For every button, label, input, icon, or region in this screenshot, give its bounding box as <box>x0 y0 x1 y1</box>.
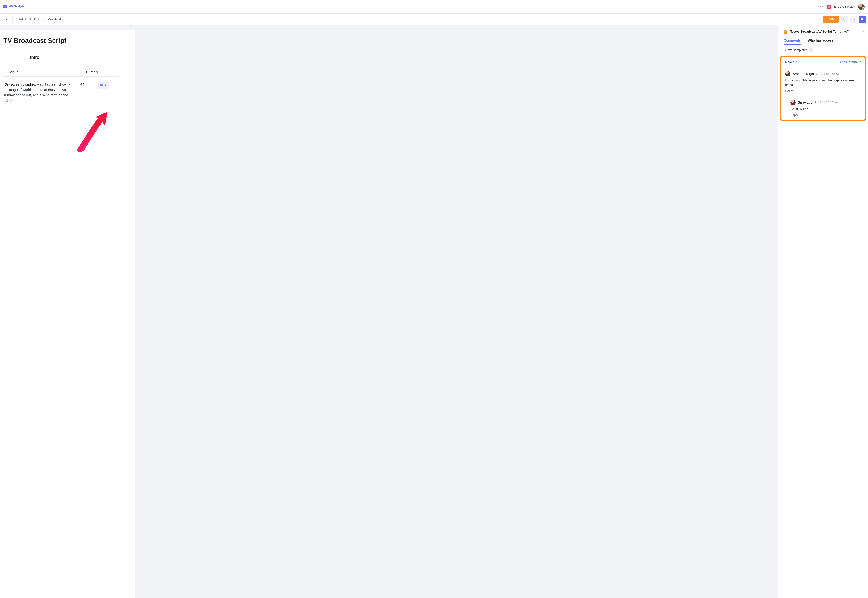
show-completed-toggle[interactable]: Show Completed ✓ <box>778 45 868 55</box>
divider <box>12 16 13 23</box>
script-stats: Total RT 00:15 • Total Words: 44 <box>16 17 63 21</box>
col-header-visual: Visual <box>10 70 86 74</box>
comment-timestamp: Jun 26 @ 12:58am <box>816 72 841 76</box>
export-pdf-button[interactable] <box>841 16 848 23</box>
chevron-down-icon <box>5 18 8 21</box>
commenter-name: Barry Luc <box>798 101 812 105</box>
column-headers: Visual Duration <box>3 70 118 76</box>
sidebar-doc-title: "News Broadcast AV Script Template" <box>789 30 849 33</box>
comment-icon <box>100 84 103 87</box>
more-menu-icon[interactable]: ••• <box>818 4 823 9</box>
toolbar-right: Share ••• <box>823 16 866 23</box>
commenter-name: Brandon Night <box>792 72 814 76</box>
script-document: TV Broadcast Script Intro Visual Duratio… <box>0 30 136 598</box>
top-bar-left: A V AV Scripts <box>3 0 25 13</box>
show-completed-label: Show Completed <box>784 48 808 52</box>
comment-meta: Brandon Night Jun 26 @ 12:58am <box>785 71 861 76</box>
commenter-avatar <box>790 100 796 105</box>
visual-cell[interactable]: [On-screen graphic: A split screen showi… <box>3 82 80 103</box>
annotation-arrow <box>73 106 115 152</box>
comment-meta: Barry Luc Jun 26 @ 1:10am <box>790 100 861 105</box>
script-row[interactable]: [On-screen graphic: A split screen showi… <box>3 76 118 103</box>
tab-who-has-access[interactable]: Who has access <box>808 39 834 45</box>
top-bar-right: ••• StudioBinder <box>818 3 865 10</box>
comment-thread-highlight: Row 1.1 Add Comment Brandon Night Jun 26… <box>780 56 866 121</box>
sidebar-header: "News Broadcast AV Script Template" <box>778 30 868 36</box>
document-title: TV Broadcast Script <box>3 37 135 45</box>
thread-row-label: Row 1.1 <box>785 60 798 64</box>
row-comments-button[interactable]: 2 <box>97 82 109 89</box>
main-area: TV Broadcast Script Intro Visual Duratio… <box>0 25 778 598</box>
toolbar: Total RT 00:15 • Total Words: 44 Share •… <box>0 13 868 25</box>
user-avatar[interactable] <box>858 3 865 10</box>
col-header-duration: Duration <box>86 70 118 74</box>
pdf-icon <box>843 18 846 21</box>
commenter-avatar <box>785 71 790 76</box>
chevron-right-bar-icon <box>862 30 865 33</box>
av-scripts-icon: A V <box>3 4 7 8</box>
collapse-sidebar-button[interactable] <box>862 30 865 34</box>
reply-button[interactable]: Reply <box>790 114 861 117</box>
tab-label: AV Scripts <box>9 5 25 8</box>
check-icon: ✓ <box>809 48 813 52</box>
comment-item: Barry Luc Jun 26 @ 1:10am Got it, will d… <box>781 96 865 120</box>
toolbar-left: Total RT 00:15 • Total Words: 44 <box>2 16 63 23</box>
tab-av-scripts[interactable]: A V AV Scripts <box>3 0 25 13</box>
comment-body: Looks good! Make sure to run the graphic… <box>785 78 861 87</box>
sidebar-tabs: Comments Who has access <box>778 36 868 45</box>
duration-cell[interactable]: 00:09 <box>80 82 97 103</box>
reply-button[interactable]: Reply <box>785 89 861 93</box>
comment-count: 2 <box>104 84 106 87</box>
dots-icon: ••• <box>851 18 855 21</box>
brand-icon <box>826 4 831 9</box>
share-button[interactable]: Share <box>823 16 839 23</box>
svg-point-1 <box>828 6 829 7</box>
comment-timestamp: Jun 26 @ 1:10am <box>814 101 838 104</box>
comments-panel-button[interactable] <box>859 16 866 23</box>
tab-comments[interactable]: Comments <box>784 39 801 45</box>
document-icon <box>784 30 787 34</box>
section-title: Intro <box>3 55 66 60</box>
thread-header: Row 1.1 Add Comment <box>781 57 865 67</box>
collapse-toggle[interactable] <box>2 18 10 21</box>
comment-icon <box>861 18 864 21</box>
add-comment-button[interactable]: Add Comment <box>840 60 861 64</box>
comment-body: Got it, will do. <box>790 107 861 111</box>
visual-bold: On-screen graphic <box>4 82 35 86</box>
more-actions-button[interactable]: ••• <box>850 16 857 23</box>
brand-name: StudioBinder <box>834 5 855 9</box>
top-bar: A V AV Scripts ••• StudioBinder <box>0 0 868 13</box>
comments-sidebar: "News Broadcast AV Script Template" Comm… <box>778 25 868 598</box>
body: TV Broadcast Script Intro Visual Duratio… <box>0 25 868 598</box>
comment-item: Brandon Night Jun 26 @ 12:58am Looks goo… <box>781 67 865 96</box>
